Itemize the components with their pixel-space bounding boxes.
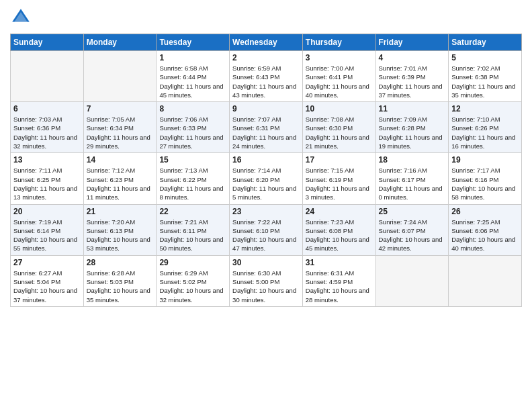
calendar-cell: 30Sunrise: 6:30 AMSunset: 5:00 PMDayligh… [230, 255, 303, 306]
day-number: 15 [159, 155, 226, 165]
calendar-cell: 27Sunrise: 6:27 AMSunset: 5:04 PMDayligh… [11, 255, 84, 306]
day-number: 20 [13, 207, 81, 216]
day-number: 25 [379, 207, 446, 216]
day-number: 7 [87, 104, 154, 113]
calendar-cell: 13Sunrise: 7:11 AMSunset: 6:25 PMDayligh… [11, 153, 84, 204]
day-detail: Sunrise: 7:09 AMSunset: 6:28 PMDaylight:… [379, 115, 446, 150]
calendar-week-row: 1Sunrise: 6:58 AMSunset: 6:44 PMDaylight… [11, 51, 522, 102]
calendar-cell: 18Sunrise: 7:16 AMSunset: 6:17 PMDayligh… [375, 153, 449, 204]
calendar-cell: 17Sunrise: 7:15 AMSunset: 6:19 PMDayligh… [302, 153, 375, 204]
calendar-week-row: 20Sunrise: 7:19 AMSunset: 6:14 PMDayligh… [11, 204, 522, 255]
weekday-header-friday: Friday [375, 34, 449, 51]
day-number: 8 [159, 104, 226, 113]
day-number: 18 [379, 155, 446, 165]
calendar-cell: 10Sunrise: 7:08 AMSunset: 6:30 PMDayligh… [302, 102, 375, 153]
day-detail: Sunrise: 7:22 AMSunset: 6:10 PMDaylight:… [232, 218, 300, 253]
calendar-cell: 14Sunrise: 7:12 AMSunset: 6:23 PMDayligh… [83, 153, 157, 204]
day-number: 16 [232, 155, 300, 165]
day-number: 23 [232, 207, 300, 216]
day-detail: Sunrise: 6:27 AMSunset: 5:04 PMDaylight:… [13, 269, 81, 304]
weekday-header-wednesday: Wednesday [230, 34, 303, 51]
day-detail: Sunrise: 7:05 AMSunset: 6:34 PMDaylight:… [87, 115, 154, 150]
day-detail: Sunrise: 7:23 AMSunset: 6:08 PMDaylight:… [306, 218, 373, 253]
calendar-cell: 15Sunrise: 7:13 AMSunset: 6:22 PMDayligh… [157, 153, 230, 204]
day-detail: Sunrise: 7:06 AMSunset: 6:33 PMDaylight:… [159, 115, 226, 150]
day-number: 21 [87, 207, 154, 216]
calendar-cell: 6Sunrise: 7:03 AMSunset: 6:36 PMDaylight… [11, 102, 84, 153]
day-number: 10 [306, 104, 373, 113]
day-detail: Sunrise: 7:25 AMSunset: 6:06 PMDaylight:… [451, 218, 519, 253]
calendar-week-row: 6Sunrise: 7:03 AMSunset: 6:36 PMDaylight… [11, 102, 522, 153]
calendar-cell: 8Sunrise: 7:06 AMSunset: 6:33 PMDaylight… [157, 102, 230, 153]
day-number: 2 [232, 53, 300, 62]
day-detail: Sunrise: 6:30 AMSunset: 5:00 PMDaylight:… [232, 269, 300, 304]
calendar-cell: 5Sunrise: 7:02 AMSunset: 6:38 PMDaylight… [449, 51, 522, 102]
day-number: 29 [159, 258, 226, 267]
logo [10, 7, 34, 28]
calendar-cell: 26Sunrise: 7:25 AMSunset: 6:06 PMDayligh… [449, 204, 522, 255]
calendar-cell: 24Sunrise: 7:23 AMSunset: 6:08 PMDayligh… [302, 204, 375, 255]
day-number: 22 [159, 207, 226, 216]
day-number: 17 [306, 155, 373, 165]
calendar-cell: 4Sunrise: 7:01 AMSunset: 6:39 PMDaylight… [375, 51, 449, 102]
day-detail: Sunrise: 7:01 AMSunset: 6:39 PMDaylight:… [379, 64, 446, 99]
calendar-cell: 9Sunrise: 7:07 AMSunset: 6:31 PMDaylight… [230, 102, 303, 153]
day-detail: Sunrise: 7:03 AMSunset: 6:36 PMDaylight:… [13, 115, 81, 150]
calendar-cell [11, 51, 84, 102]
calendar-cell: 16Sunrise: 7:14 AMSunset: 6:20 PMDayligh… [230, 153, 303, 204]
calendar-cell: 29Sunrise: 6:29 AMSunset: 5:02 PMDayligh… [157, 255, 230, 306]
day-detail: Sunrise: 6:31 AMSunset: 4:59 PMDaylight:… [306, 269, 373, 304]
weekday-header-row: SundayMondayTuesdayWednesdayThursdayFrid… [11, 34, 522, 51]
weekday-header-saturday: Saturday [449, 34, 522, 51]
calendar-cell: 25Sunrise: 7:24 AMSunset: 6:07 PMDayligh… [375, 204, 449, 255]
day-number: 13 [13, 155, 81, 165]
day-detail: Sunrise: 7:02 AMSunset: 6:38 PMDaylight:… [451, 64, 519, 99]
day-detail: Sunrise: 6:28 AMSunset: 5:03 PMDaylight:… [87, 269, 154, 304]
weekday-header-tuesday: Tuesday [157, 34, 230, 51]
day-number: 30 [232, 258, 300, 267]
page: SundayMondayTuesdayWednesdayThursdayFrid… [0, 0, 532, 411]
day-number: 1 [159, 53, 226, 62]
calendar-cell: 23Sunrise: 7:22 AMSunset: 6:10 PMDayligh… [230, 204, 303, 255]
day-detail: Sunrise: 7:15 AMSunset: 6:19 PMDaylight:… [306, 166, 373, 201]
day-number: 27 [13, 258, 81, 267]
day-detail: Sunrise: 7:19 AMSunset: 6:14 PMDaylight:… [13, 218, 81, 253]
day-number: 19 [451, 155, 519, 165]
header [10, 7, 522, 28]
day-number: 9 [232, 104, 300, 113]
day-number: 14 [87, 155, 154, 165]
calendar-cell: 19Sunrise: 7:17 AMSunset: 6:16 PMDayligh… [449, 153, 522, 204]
day-number: 28 [87, 258, 154, 267]
weekday-header-sunday: Sunday [11, 34, 84, 51]
day-detail: Sunrise: 7:14 AMSunset: 6:20 PMDaylight:… [232, 166, 300, 201]
day-number: 4 [379, 53, 446, 62]
logo-icon [10, 7, 32, 28]
calendar-cell: 28Sunrise: 6:28 AMSunset: 5:03 PMDayligh… [83, 255, 157, 306]
day-detail: Sunrise: 7:12 AMSunset: 6:23 PMDaylight:… [87, 166, 154, 201]
calendar-cell: 11Sunrise: 7:09 AMSunset: 6:28 PMDayligh… [375, 102, 449, 153]
day-detail: Sunrise: 7:08 AMSunset: 6:30 PMDaylight:… [306, 115, 373, 150]
day-detail: Sunrise: 7:13 AMSunset: 6:22 PMDaylight:… [159, 166, 226, 201]
day-detail: Sunrise: 7:16 AMSunset: 6:17 PMDaylight:… [379, 166, 446, 201]
calendar-cell: 3Sunrise: 7:00 AMSunset: 6:41 PMDaylight… [302, 51, 375, 102]
calendar-cell [375, 255, 449, 306]
day-detail: Sunrise: 7:00 AMSunset: 6:41 PMDaylight:… [306, 64, 373, 99]
weekday-header-thursday: Thursday [302, 34, 375, 51]
calendar-cell: 21Sunrise: 7:20 AMSunset: 6:13 PMDayligh… [83, 204, 157, 255]
day-number: 5 [451, 53, 519, 62]
day-detail: Sunrise: 7:07 AMSunset: 6:31 PMDaylight:… [232, 115, 300, 150]
day-detail: Sunrise: 7:20 AMSunset: 6:13 PMDaylight:… [87, 218, 154, 253]
day-detail: Sunrise: 6:29 AMSunset: 5:02 PMDaylight:… [159, 269, 226, 304]
day-number: 12 [451, 104, 519, 113]
calendar-cell [83, 51, 157, 102]
day-detail: Sunrise: 7:11 AMSunset: 6:25 PMDaylight:… [13, 166, 81, 201]
day-number: 31 [306, 258, 373, 267]
calendar-cell: 12Sunrise: 7:10 AMSunset: 6:26 PMDayligh… [449, 102, 522, 153]
day-number: 3 [306, 53, 373, 62]
calendar-cell: 22Sunrise: 7:21 AMSunset: 6:11 PMDayligh… [157, 204, 230, 255]
calendar-week-row: 27Sunrise: 6:27 AMSunset: 5:04 PMDayligh… [11, 255, 522, 306]
day-detail: Sunrise: 7:24 AMSunset: 6:07 PMDaylight:… [379, 218, 446, 253]
day-number: 26 [451, 207, 519, 216]
calendar-cell: 20Sunrise: 7:19 AMSunset: 6:14 PMDayligh… [11, 204, 84, 255]
day-detail: Sunrise: 6:58 AMSunset: 6:44 PMDaylight:… [159, 64, 226, 99]
